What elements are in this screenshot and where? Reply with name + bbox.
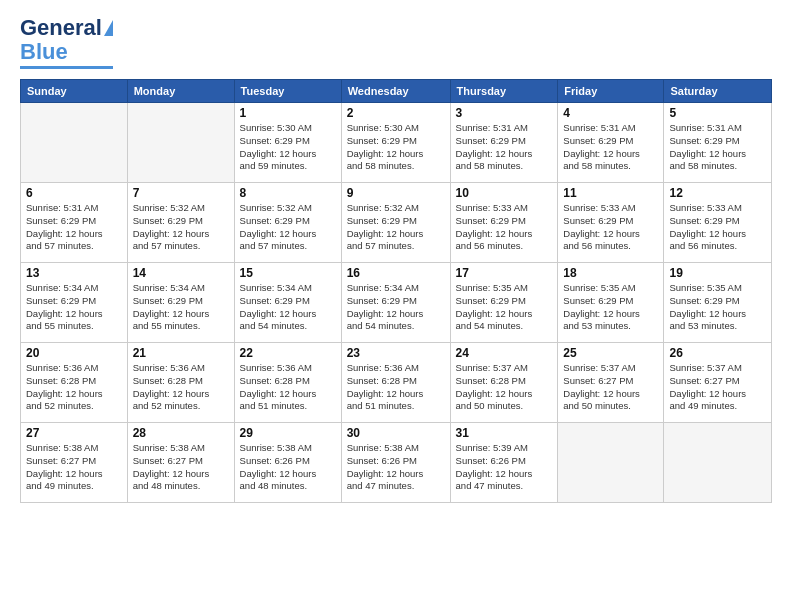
day-number: 13 <box>26 266 122 280</box>
calendar-cell: 10Sunrise: 5:33 AM Sunset: 6:29 PM Dayli… <box>450 183 558 263</box>
week-row-3: 13Sunrise: 5:34 AM Sunset: 6:29 PM Dayli… <box>21 263 772 343</box>
day-number: 12 <box>669 186 766 200</box>
day-info: Sunrise: 5:31 AM Sunset: 6:29 PM Dayligh… <box>456 122 553 173</box>
day-info: Sunrise: 5:34 AM Sunset: 6:29 PM Dayligh… <box>347 282 445 333</box>
calendar-cell: 26Sunrise: 5:37 AM Sunset: 6:27 PM Dayli… <box>664 343 772 423</box>
calendar-cell <box>664 423 772 503</box>
weekday-header-saturday: Saturday <box>664 80 772 103</box>
calendar-cell: 7Sunrise: 5:32 AM Sunset: 6:29 PM Daylig… <box>127 183 234 263</box>
calendar-cell: 3Sunrise: 5:31 AM Sunset: 6:29 PM Daylig… <box>450 103 558 183</box>
day-number: 17 <box>456 266 553 280</box>
weekday-header-wednesday: Wednesday <box>341 80 450 103</box>
header: General Blue <box>20 15 772 69</box>
calendar-cell: 15Sunrise: 5:34 AM Sunset: 6:29 PM Dayli… <box>234 263 341 343</box>
day-info: Sunrise: 5:30 AM Sunset: 6:29 PM Dayligh… <box>240 122 336 173</box>
weekday-header-row: SundayMondayTuesdayWednesdayThursdayFrid… <box>21 80 772 103</box>
day-info: Sunrise: 5:36 AM Sunset: 6:28 PM Dayligh… <box>133 362 229 413</box>
day-info: Sunrise: 5:31 AM Sunset: 6:29 PM Dayligh… <box>669 122 766 173</box>
calendar-cell: 13Sunrise: 5:34 AM Sunset: 6:29 PM Dayli… <box>21 263 128 343</box>
day-info: Sunrise: 5:32 AM Sunset: 6:29 PM Dayligh… <box>240 202 336 253</box>
day-number: 3 <box>456 106 553 120</box>
day-number: 5 <box>669 106 766 120</box>
day-number: 18 <box>563 266 658 280</box>
day-info: Sunrise: 5:35 AM Sunset: 6:29 PM Dayligh… <box>563 282 658 333</box>
day-info: Sunrise: 5:37 AM Sunset: 6:27 PM Dayligh… <box>669 362 766 413</box>
calendar-cell: 6Sunrise: 5:31 AM Sunset: 6:29 PM Daylig… <box>21 183 128 263</box>
day-info: Sunrise: 5:34 AM Sunset: 6:29 PM Dayligh… <box>240 282 336 333</box>
calendar-cell: 9Sunrise: 5:32 AM Sunset: 6:29 PM Daylig… <box>341 183 450 263</box>
calendar-cell: 14Sunrise: 5:34 AM Sunset: 6:29 PM Dayli… <box>127 263 234 343</box>
day-info: Sunrise: 5:30 AM Sunset: 6:29 PM Dayligh… <box>347 122 445 173</box>
calendar-cell: 18Sunrise: 5:35 AM Sunset: 6:29 PM Dayli… <box>558 263 664 343</box>
calendar-cell: 2Sunrise: 5:30 AM Sunset: 6:29 PM Daylig… <box>341 103 450 183</box>
day-info: Sunrise: 5:38 AM Sunset: 6:26 PM Dayligh… <box>347 442 445 493</box>
calendar-cell <box>21 103 128 183</box>
calendar-cell: 4Sunrise: 5:31 AM Sunset: 6:29 PM Daylig… <box>558 103 664 183</box>
day-number: 24 <box>456 346 553 360</box>
weekday-header-monday: Monday <box>127 80 234 103</box>
calendar-cell: 8Sunrise: 5:32 AM Sunset: 6:29 PM Daylig… <box>234 183 341 263</box>
day-info: Sunrise: 5:35 AM Sunset: 6:29 PM Dayligh… <box>669 282 766 333</box>
calendar-cell: 31Sunrise: 5:39 AM Sunset: 6:26 PM Dayli… <box>450 423 558 503</box>
day-number: 6 <box>26 186 122 200</box>
day-info: Sunrise: 5:36 AM Sunset: 6:28 PM Dayligh… <box>347 362 445 413</box>
day-info: Sunrise: 5:34 AM Sunset: 6:29 PM Dayligh… <box>26 282 122 333</box>
calendar-cell: 24Sunrise: 5:37 AM Sunset: 6:28 PM Dayli… <box>450 343 558 423</box>
calendar-cell <box>558 423 664 503</box>
day-info: Sunrise: 5:36 AM Sunset: 6:28 PM Dayligh… <box>240 362 336 413</box>
day-number: 8 <box>240 186 336 200</box>
day-info: Sunrise: 5:35 AM Sunset: 6:29 PM Dayligh… <box>456 282 553 333</box>
week-row-2: 6Sunrise: 5:31 AM Sunset: 6:29 PM Daylig… <box>21 183 772 263</box>
day-number: 26 <box>669 346 766 360</box>
day-info: Sunrise: 5:33 AM Sunset: 6:29 PM Dayligh… <box>669 202 766 253</box>
day-info: Sunrise: 5:33 AM Sunset: 6:29 PM Dayligh… <box>563 202 658 253</box>
logo-triangle-icon <box>104 20 113 36</box>
calendar-cell: 17Sunrise: 5:35 AM Sunset: 6:29 PM Dayli… <box>450 263 558 343</box>
day-number: 16 <box>347 266 445 280</box>
day-number: 20 <box>26 346 122 360</box>
weekday-header-friday: Friday <box>558 80 664 103</box>
calendar-cell: 25Sunrise: 5:37 AM Sunset: 6:27 PM Dayli… <box>558 343 664 423</box>
weekday-header-sunday: Sunday <box>21 80 128 103</box>
day-info: Sunrise: 5:31 AM Sunset: 6:29 PM Dayligh… <box>563 122 658 173</box>
calendar-cell: 19Sunrise: 5:35 AM Sunset: 6:29 PM Dayli… <box>664 263 772 343</box>
calendar-cell: 12Sunrise: 5:33 AM Sunset: 6:29 PM Dayli… <box>664 183 772 263</box>
calendar-cell: 21Sunrise: 5:36 AM Sunset: 6:28 PM Dayli… <box>127 343 234 423</box>
calendar-cell: 16Sunrise: 5:34 AM Sunset: 6:29 PM Dayli… <box>341 263 450 343</box>
day-number: 10 <box>456 186 553 200</box>
day-number: 15 <box>240 266 336 280</box>
calendar-cell: 5Sunrise: 5:31 AM Sunset: 6:29 PM Daylig… <box>664 103 772 183</box>
day-info: Sunrise: 5:33 AM Sunset: 6:29 PM Dayligh… <box>456 202 553 253</box>
day-number: 7 <box>133 186 229 200</box>
calendar-cell: 30Sunrise: 5:38 AM Sunset: 6:26 PM Dayli… <box>341 423 450 503</box>
day-number: 29 <box>240 426 336 440</box>
day-number: 27 <box>26 426 122 440</box>
page: General Blue SundayMondayTuesdayWednesda… <box>0 0 792 612</box>
logo-underline <box>20 66 113 69</box>
day-number: 28 <box>133 426 229 440</box>
logo-general: General <box>20 15 102 41</box>
day-info: Sunrise: 5:38 AM Sunset: 6:27 PM Dayligh… <box>133 442 229 493</box>
calendar-cell: 22Sunrise: 5:36 AM Sunset: 6:28 PM Dayli… <box>234 343 341 423</box>
calendar-cell <box>127 103 234 183</box>
day-number: 19 <box>669 266 766 280</box>
week-row-4: 20Sunrise: 5:36 AM Sunset: 6:28 PM Dayli… <box>21 343 772 423</box>
day-number: 22 <box>240 346 336 360</box>
day-info: Sunrise: 5:39 AM Sunset: 6:26 PM Dayligh… <box>456 442 553 493</box>
week-row-1: 1Sunrise: 5:30 AM Sunset: 6:29 PM Daylig… <box>21 103 772 183</box>
calendar-cell: 28Sunrise: 5:38 AM Sunset: 6:27 PM Dayli… <box>127 423 234 503</box>
day-number: 14 <box>133 266 229 280</box>
calendar-cell: 1Sunrise: 5:30 AM Sunset: 6:29 PM Daylig… <box>234 103 341 183</box>
day-info: Sunrise: 5:37 AM Sunset: 6:28 PM Dayligh… <box>456 362 553 413</box>
day-info: Sunrise: 5:31 AM Sunset: 6:29 PM Dayligh… <box>26 202 122 253</box>
day-info: Sunrise: 5:38 AM Sunset: 6:27 PM Dayligh… <box>26 442 122 493</box>
calendar-cell: 11Sunrise: 5:33 AM Sunset: 6:29 PM Dayli… <box>558 183 664 263</box>
day-number: 31 <box>456 426 553 440</box>
day-number: 23 <box>347 346 445 360</box>
calendar-cell: 27Sunrise: 5:38 AM Sunset: 6:27 PM Dayli… <box>21 423 128 503</box>
day-number: 11 <box>563 186 658 200</box>
logo: General Blue <box>20 15 113 69</box>
day-number: 2 <box>347 106 445 120</box>
calendar-table: SundayMondayTuesdayWednesdayThursdayFrid… <box>20 79 772 503</box>
weekday-header-tuesday: Tuesday <box>234 80 341 103</box>
